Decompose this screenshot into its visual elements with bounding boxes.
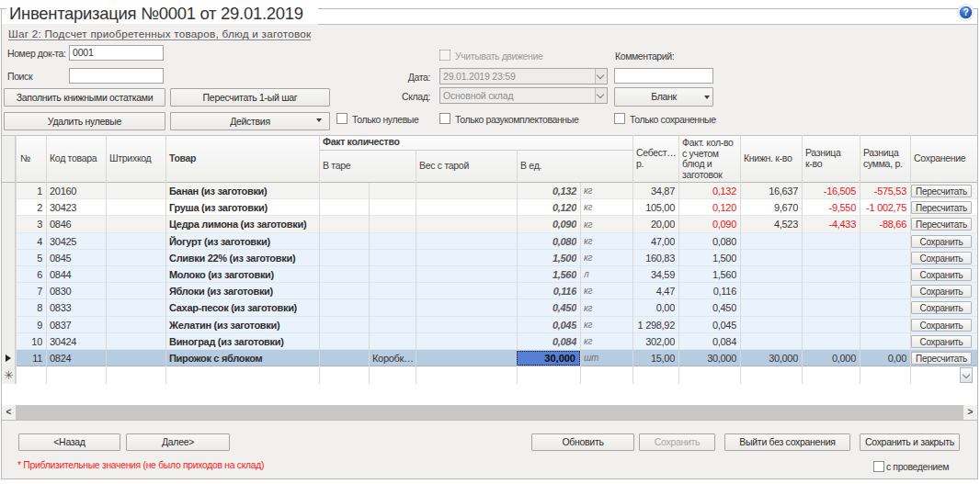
svg-text:?: ?: [963, 6, 968, 17]
